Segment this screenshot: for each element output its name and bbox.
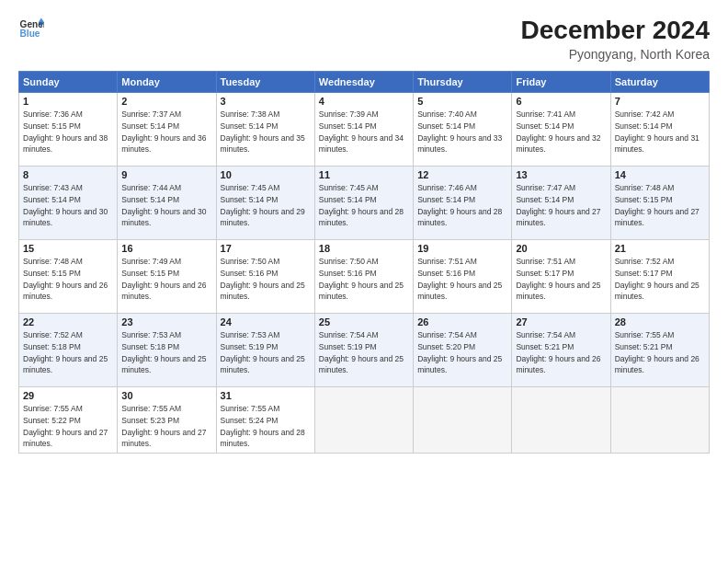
calendar-cell: 5 Sunrise: 7:40 AMSunset: 5:14 PMDayligh… xyxy=(414,92,512,166)
header: General Blue December 2024 Pyongyang, No… xyxy=(18,17,710,62)
day-number: 16 xyxy=(121,243,211,254)
day-number: 29 xyxy=(23,390,113,401)
day-info: Sunrise: 7:52 AMSunset: 5:17 PMDaylight:… xyxy=(615,257,700,302)
day-number: 14 xyxy=(615,169,705,180)
calendar-cell: 13 Sunrise: 7:47 AMSunset: 5:14 PMDaylig… xyxy=(512,166,610,239)
day-number: 15 xyxy=(23,243,113,254)
day-info: Sunrise: 7:53 AMSunset: 5:19 PMDaylight:… xyxy=(221,330,305,375)
calendar-cell: 15 Sunrise: 7:48 AMSunset: 5:15 PMDaylig… xyxy=(19,239,118,313)
calendar-cell: 30 Sunrise: 7:55 AMSunset: 5:23 PMDaylig… xyxy=(118,386,216,454)
day-info: Sunrise: 7:45 AMSunset: 5:14 PMDaylight:… xyxy=(319,183,404,228)
logo-icon: General Blue xyxy=(18,17,44,42)
day-number: 22 xyxy=(23,316,113,327)
day-number: 12 xyxy=(417,169,507,180)
day-info: Sunrise: 7:46 AMSunset: 5:14 PMDaylight:… xyxy=(417,183,502,228)
calendar-cell: 17 Sunrise: 7:50 AMSunset: 5:16 PMDaylig… xyxy=(216,239,314,313)
title-area: December 2024 Pyongyang, North Korea xyxy=(521,17,710,62)
day-info: Sunrise: 7:43 AMSunset: 5:14 PMDaylight:… xyxy=(23,183,108,228)
day-info: Sunrise: 7:52 AMSunset: 5:18 PMDaylight:… xyxy=(23,330,108,375)
calendar-cell: 3 Sunrise: 7:38 AMSunset: 5:14 PMDayligh… xyxy=(216,92,314,166)
day-info: Sunrise: 7:55 AMSunset: 5:24 PMDaylight:… xyxy=(221,404,305,449)
calendar-cell: 9 Sunrise: 7:44 AMSunset: 5:14 PMDayligh… xyxy=(118,166,216,239)
calendar-cell xyxy=(610,386,709,454)
calendar-cell: 12 Sunrise: 7:46 AMSunset: 5:14 PMDaylig… xyxy=(414,166,512,239)
header-tuesday: Tuesday xyxy=(216,71,314,92)
header-friday: Friday xyxy=(512,71,610,92)
calendar-cell xyxy=(512,386,610,454)
day-info: Sunrise: 7:49 AMSunset: 5:15 PMDaylight:… xyxy=(121,257,206,302)
day-info: Sunrise: 7:54 AMSunset: 5:21 PMDaylight:… xyxy=(516,330,600,375)
header-wednesday: Wednesday xyxy=(314,71,413,92)
day-number: 17 xyxy=(221,243,311,254)
day-number: 2 xyxy=(121,96,211,107)
day-number: 3 xyxy=(221,96,311,107)
header-monday: Monday xyxy=(118,71,216,92)
calendar-cell: 11 Sunrise: 7:45 AMSunset: 5:14 PMDaylig… xyxy=(314,166,413,239)
day-info: Sunrise: 7:51 AMSunset: 5:16 PMDaylight:… xyxy=(417,257,502,302)
calendar-cell: 26 Sunrise: 7:54 AMSunset: 5:20 PMDaylig… xyxy=(414,313,512,386)
day-info: Sunrise: 7:55 AMSunset: 5:22 PMDaylight:… xyxy=(23,404,108,449)
header-saturday: Saturday xyxy=(610,71,709,92)
calendar-cell: 2 Sunrise: 7:37 AMSunset: 5:14 PMDayligh… xyxy=(118,92,216,166)
calendar-cell: 24 Sunrise: 7:53 AMSunset: 5:19 PMDaylig… xyxy=(216,313,314,386)
svg-text:Blue: Blue xyxy=(20,29,40,39)
calendar-cell: 10 Sunrise: 7:45 AMSunset: 5:14 PMDaylig… xyxy=(216,166,314,239)
day-info: Sunrise: 7:55 AMSunset: 5:23 PMDaylight:… xyxy=(121,404,206,449)
calendar-cell: 23 Sunrise: 7:53 AMSunset: 5:18 PMDaylig… xyxy=(118,313,216,386)
calendar-header-row: Sunday Monday Tuesday Wednesday Thursday… xyxy=(19,71,710,92)
subtitle: Pyongyang, North Korea xyxy=(521,47,710,62)
calendar-table: Sunday Monday Tuesday Wednesday Thursday… xyxy=(18,71,710,454)
day-number: 30 xyxy=(121,390,211,401)
day-number: 24 xyxy=(221,316,311,327)
day-info: Sunrise: 7:38 AMSunset: 5:14 PMDaylight:… xyxy=(221,109,305,155)
calendar-cell: 19 Sunrise: 7:51 AMSunset: 5:16 PMDaylig… xyxy=(414,239,512,313)
calendar-cell: 25 Sunrise: 7:54 AMSunset: 5:19 PMDaylig… xyxy=(314,313,413,386)
day-number: 18 xyxy=(319,243,409,254)
day-info: Sunrise: 7:50 AMSunset: 5:16 PMDaylight:… xyxy=(319,257,404,302)
day-info: Sunrise: 7:44 AMSunset: 5:14 PMDaylight:… xyxy=(121,183,206,228)
calendar-cell: 27 Sunrise: 7:54 AMSunset: 5:21 PMDaylig… xyxy=(512,313,610,386)
day-info: Sunrise: 7:36 AMSunset: 5:15 PMDaylight:… xyxy=(23,109,108,155)
day-info: Sunrise: 7:51 AMSunset: 5:17 PMDaylight:… xyxy=(516,257,600,302)
day-number: 11 xyxy=(319,169,409,180)
calendar-cell: 7 Sunrise: 7:42 AMSunset: 5:14 PMDayligh… xyxy=(610,92,709,166)
day-number: 9 xyxy=(121,169,211,180)
day-number: 21 xyxy=(615,243,705,254)
calendar-cell: 16 Sunrise: 7:49 AMSunset: 5:15 PMDaylig… xyxy=(118,239,216,313)
main-title: December 2024 xyxy=(521,17,710,45)
day-info: Sunrise: 7:37 AMSunset: 5:14 PMDaylight:… xyxy=(121,109,206,155)
day-info: Sunrise: 7:54 AMSunset: 5:19 PMDaylight:… xyxy=(319,330,404,375)
calendar-cell: 14 Sunrise: 7:48 AMSunset: 5:15 PMDaylig… xyxy=(610,166,709,239)
day-number: 5 xyxy=(417,96,507,107)
day-number: 31 xyxy=(221,390,311,401)
day-number: 7 xyxy=(615,96,705,107)
day-info: Sunrise: 7:39 AMSunset: 5:14 PMDaylight:… xyxy=(319,109,404,155)
day-number: 25 xyxy=(319,316,409,327)
day-info: Sunrise: 7:53 AMSunset: 5:18 PMDaylight:… xyxy=(121,330,206,375)
page: General Blue December 2024 Pyongyang, No… xyxy=(0,0,728,563)
day-number: 1 xyxy=(23,96,113,107)
day-info: Sunrise: 7:48 AMSunset: 5:15 PMDaylight:… xyxy=(615,183,700,228)
day-number: 13 xyxy=(516,169,606,180)
calendar-cell: 18 Sunrise: 7:50 AMSunset: 5:16 PMDaylig… xyxy=(314,239,413,313)
day-number: 23 xyxy=(121,316,211,327)
day-info: Sunrise: 7:55 AMSunset: 5:21 PMDaylight:… xyxy=(615,330,700,375)
header-thursday: Thursday xyxy=(414,71,512,92)
day-number: 8 xyxy=(23,169,113,180)
day-number: 4 xyxy=(319,96,409,107)
calendar-cell xyxy=(314,386,413,454)
day-number: 20 xyxy=(516,243,606,254)
header-sunday: Sunday xyxy=(19,71,118,92)
calendar-cell: 8 Sunrise: 7:43 AMSunset: 5:14 PMDayligh… xyxy=(19,166,118,239)
calendar-cell: 4 Sunrise: 7:39 AMSunset: 5:14 PMDayligh… xyxy=(314,92,413,166)
day-number: 6 xyxy=(516,96,606,107)
day-info: Sunrise: 7:45 AMSunset: 5:14 PMDaylight:… xyxy=(221,183,305,228)
day-number: 27 xyxy=(516,316,606,327)
day-number: 19 xyxy=(417,243,507,254)
calendar-cell: 20 Sunrise: 7:51 AMSunset: 5:17 PMDaylig… xyxy=(512,239,610,313)
calendar-cell: 21 Sunrise: 7:52 AMSunset: 5:17 PMDaylig… xyxy=(610,239,709,313)
day-number: 10 xyxy=(221,169,311,180)
day-info: Sunrise: 7:42 AMSunset: 5:14 PMDaylight:… xyxy=(615,109,700,155)
day-info: Sunrise: 7:50 AMSunset: 5:16 PMDaylight:… xyxy=(221,257,305,302)
calendar-cell: 28 Sunrise: 7:55 AMSunset: 5:21 PMDaylig… xyxy=(610,313,709,386)
